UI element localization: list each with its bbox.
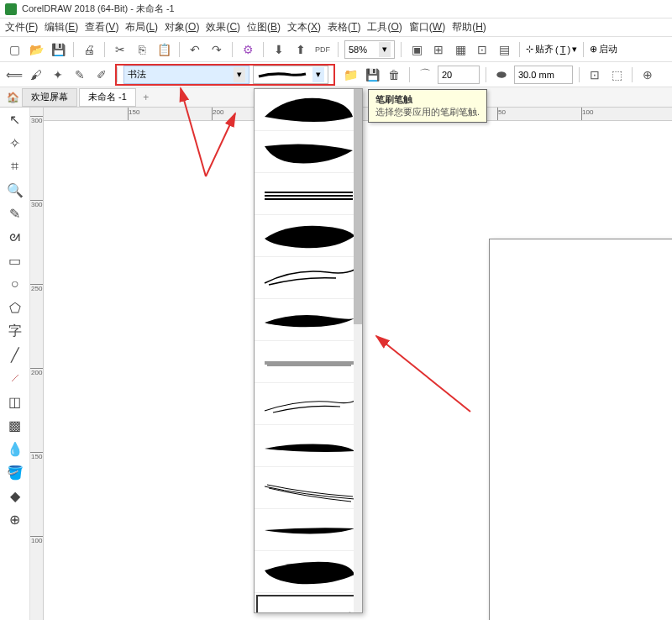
menu-help[interactable]: 帮助(H)	[452, 20, 486, 34]
crop-tool[interactable]: ⌗	[5, 156, 25, 176]
brush-stroke-item[interactable]	[255, 89, 362, 131]
bounding-box-button[interactable]: ⬚	[607, 66, 626, 84]
pick-tool[interactable]: ↖	[5, 109, 25, 129]
ruler-tick: 250	[30, 284, 43, 292]
delete-brush-button[interactable]: 🗑	[385, 66, 403, 84]
menu-bitmap[interactable]: 位图(B)	[247, 20, 281, 34]
expand-tool[interactable]: ⊕	[5, 509, 25, 529]
connector-tool[interactable]: ⟋	[5, 368, 25, 388]
brush-stroke-item[interactable]	[255, 383, 362, 425]
chevron-down-icon[interactable]: ▾	[379, 42, 391, 57]
rectangle-tool[interactable]: ▭	[5, 250, 25, 271]
save-button[interactable]: 💾	[49, 40, 67, 59]
parallel-dimension-tool[interactable]: ╱	[5, 344, 25, 365]
tab-document[interactable]: 未命名 -1	[79, 88, 136, 107]
separator	[338, 42, 339, 57]
brush-tool-icon[interactable]: 🖌	[27, 66, 45, 84]
tab-add-button[interactable]: +	[138, 92, 155, 103]
brush-stroke-item[interactable]	[255, 509, 362, 551]
menu-window[interactable]: 窗口(W)	[409, 20, 445, 34]
grid4-button[interactable]: ▤	[495, 40, 513, 59]
separator	[632, 67, 633, 82]
brush-stroke-item[interactable]	[255, 299, 362, 341]
tab-welcome[interactable]: 欢迎屏幕	[22, 88, 77, 107]
calligraphy-icon[interactable]: ✎	[71, 66, 89, 84]
folder-button[interactable]: 📁	[341, 66, 360, 84]
add-button[interactable]: ⊕	[638, 66, 657, 84]
width-spinner[interactable]: 30.0 mm	[514, 66, 573, 84]
brush-preview-icon	[257, 69, 307, 81]
paste-button[interactable]: 📋	[155, 40, 173, 59]
dropdown-scrollbar[interactable]	[354, 89, 362, 612]
artistic-media-tool[interactable]: ᘛ	[5, 227, 25, 247]
menu-file[interactable]: 文件(F)	[5, 20, 38, 34]
snap-button[interactable]: ⊹贴齐(T)▾	[526, 43, 577, 55]
brush-stroke-item[interactable]	[255, 173, 362, 215]
brush-stroke-combo[interactable]: ▾	[253, 66, 328, 84]
shape-tool[interactable]: ✧	[5, 133, 25, 153]
ellipse-tool[interactable]: ○	[5, 274, 25, 294]
zoom-value: 58%	[349, 45, 367, 55]
smooth-icon: ⌒	[416, 66, 434, 84]
ruler-tick: 100	[581, 108, 593, 120]
cut-button[interactable]: ✂	[111, 40, 129, 59]
zoom-tool[interactable]: 🔍	[5, 180, 25, 200]
search-button[interactable]: ⚙	[239, 40, 257, 59]
launch-button[interactable]: ⊕启动	[590, 43, 617, 55]
standard-toolbar: ▢ 📂 💾 🖨 ✂ ⎘ 📋 ↶ ↷ ⚙ ⬇ ⬆ PDF 58% ▾ ▣ ⊞ ▦ …	[0, 37, 672, 62]
brush-stroke-item[interactable]	[255, 425, 362, 467]
grid3-button[interactable]: ⊡	[473, 40, 491, 59]
freehand-tool[interactable]: ✎	[5, 203, 25, 223]
chevron-down-icon[interactable]: ▾	[234, 67, 245, 82]
brush-stroke-item[interactable]	[255, 341, 362, 383]
interactive-fill-tool[interactable]: 🪣	[5, 462, 25, 482]
pressure-icon[interactable]: ✐	[92, 66, 111, 84]
drop-shadow-tool[interactable]: ◫	[5, 391, 25, 412]
grid-button[interactable]: ⊞	[429, 40, 448, 59]
brush-category-combo[interactable]: 书法 ▾	[123, 66, 249, 84]
redo-button[interactable]: ↷	[207, 40, 226, 59]
menu-text[interactable]: 文本(X)	[287, 20, 321, 34]
brush-category-value: 书法	[128, 68, 146, 81]
print-button[interactable]: 🖨	[80, 40, 98, 59]
brush-stroke-item[interactable]	[255, 551, 362, 593]
menu-view[interactable]: 查看(V)	[85, 20, 118, 34]
fullscreen-button[interactable]: ▣	[407, 40, 426, 59]
new-button[interactable]: ▢	[5, 40, 24, 59]
pdf-button[interactable]: PDF	[313, 40, 332, 59]
brush-stroke-item[interactable]	[255, 257, 362, 299]
polygon-tool[interactable]: ⬠	[5, 297, 25, 318]
grid2-button[interactable]: ▦	[451, 40, 470, 59]
smoothing-spinner[interactable]: 20	[438, 66, 480, 84]
menu-tools[interactable]: 工具(O)	[367, 20, 402, 34]
menu-object[interactable]: 对象(O)	[165, 20, 199, 34]
menu-effects[interactable]: 效果(C)	[206, 20, 240, 34]
export-button[interactable]: ⬆	[291, 40, 310, 59]
brush-stroke-item[interactable]	[255, 467, 362, 509]
scrollbar-thumb[interactable]	[354, 89, 362, 324]
vertical-ruler: 300 300 250 200 150 100	[30, 108, 44, 620]
menu-edit[interactable]: 编辑(E)	[45, 20, 78, 34]
smart-fill-tool[interactable]: ◆	[5, 486, 25, 506]
menu-table[interactable]: 表格(T)	[328, 20, 360, 34]
brush-stroke-item-selected[interactable]	[256, 595, 360, 613]
copy-button[interactable]: ⎘	[133, 40, 151, 59]
brush-stroke-item[interactable]	[255, 131, 362, 173]
zoom-combo[interactable]: 58% ▾	[344, 40, 395, 59]
import-button[interactable]: ⬇	[270, 40, 288, 59]
brush-stroke-item[interactable]	[255, 215, 362, 257]
option1-button[interactable]: ⊡	[585, 66, 604, 84]
open-button[interactable]: 📂	[27, 40, 45, 59]
ruler-tick: 150	[128, 108, 139, 120]
spray-icon[interactable]: ✦	[49, 66, 67, 84]
chevron-down-icon[interactable]: ▾	[312, 67, 324, 82]
separator	[409, 67, 410, 82]
transparency-tool[interactable]: ▩	[5, 415, 25, 435]
menu-layout[interactable]: 布局(L)	[125, 20, 158, 34]
undo-button[interactable]: ↶	[186, 40, 204, 59]
preset-button[interactable]: ⟸	[5, 66, 24, 84]
save-brush-button[interactable]: 💾	[363, 66, 381, 84]
home-icon[interactable]: 🏠	[5, 90, 20, 105]
text-tool[interactable]: 字	[5, 321, 25, 341]
color-eyedropper-tool[interactable]: 💧	[5, 439, 25, 459]
